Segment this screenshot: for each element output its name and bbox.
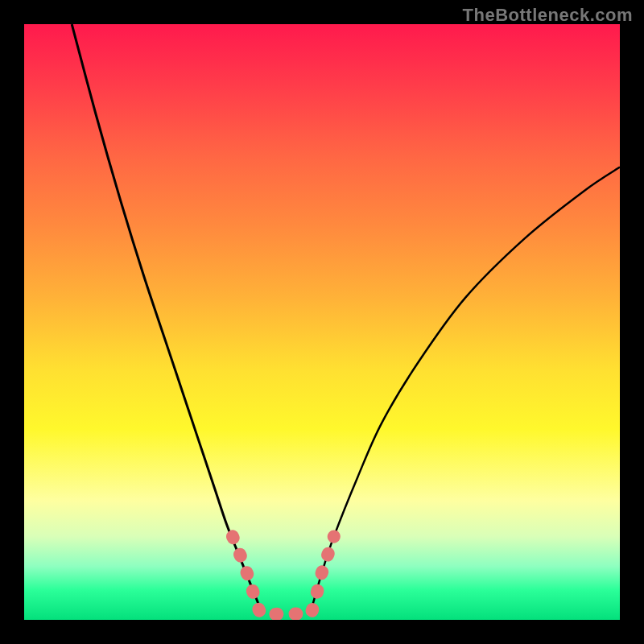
right-curve xyxy=(310,167,620,614)
valley-marker xyxy=(233,536,334,615)
curve-layer xyxy=(24,24,620,620)
chart-frame: TheBottleneck.com xyxy=(0,0,644,644)
plot-area xyxy=(24,24,620,620)
watermark-text: TheBottleneck.com xyxy=(463,5,633,26)
left-curve xyxy=(72,24,262,614)
